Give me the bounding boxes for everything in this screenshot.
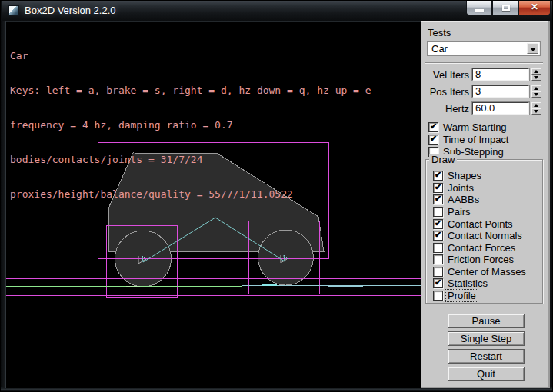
- pos-iters-input[interactable]: 3: [472, 85, 529, 98]
- contact-normals-checkbox[interactable]: [433, 231, 443, 241]
- hertz-label: Hertz: [421, 103, 469, 115]
- restart-button[interactable]: Restart: [448, 349, 525, 364]
- hud-line-title: Car: [10, 50, 371, 61]
- control-panel: Tests Car Vel Iters 8 Pos Iters 3: [421, 21, 550, 388]
- tests-dropdown[interactable]: Car: [428, 42, 540, 55]
- pos-iters-spinner: [531, 85, 541, 98]
- close-button[interactable]: ✕: [518, 1, 551, 15]
- box2d-window: Box2D Version 2.2.0 ✕: [0, 0, 553, 392]
- caption-buttons: ✕: [466, 1, 551, 15]
- friction-forces-label[interactable]: Friction Forces: [448, 254, 514, 265]
- center-of-masses-label[interactable]: Center of Masses: [448, 266, 526, 277]
- contact-forces-checkbox[interactable]: [433, 243, 443, 253]
- quit-button[interactable]: Quit: [448, 367, 525, 381]
- hud-line-proxies: proxies/height/balance/quality = 55/7/1/…: [10, 188, 371, 200]
- contact-forces-label[interactable]: Contact Forces: [448, 242, 515, 254]
- app-icon: [8, 5, 19, 16]
- vel-iters-down-arrow[interactable]: [531, 75, 541, 81]
- aabbs-label[interactable]: AABBs: [448, 194, 479, 205]
- time-of-impact-checkbox[interactable]: [428, 135, 438, 145]
- contact-points-label[interactable]: Contact Points: [448, 218, 513, 230]
- single-step-button[interactable]: Single Step: [448, 331, 525, 346]
- tests-label: Tests: [428, 27, 451, 38]
- vel-iters-spinner: [531, 68, 541, 81]
- vel-iters-input[interactable]: 8: [472, 68, 529, 81]
- shapes-label[interactable]: Shapes: [448, 170, 481, 181]
- profile-checkbox[interactable]: [433, 291, 443, 301]
- warm-starting-checkbox[interactable]: [428, 122, 438, 132]
- vel-iters-up-arrow[interactable]: [531, 68, 541, 75]
- hertz-input[interactable]: 60.0: [472, 102, 529, 115]
- hertz-spinner: [531, 102, 541, 115]
- warm-starting-label[interactable]: Warm Starting: [443, 121, 507, 133]
- statistics-label[interactable]: Statistics: [448, 277, 488, 289]
- close-icon: ✕: [519, 2, 550, 12]
- separator: [425, 62, 543, 63]
- tests-dropdown-value: Car: [431, 43, 448, 55]
- center-of-masses-checkbox[interactable]: [433, 267, 443, 277]
- simulation-canvas[interactable]: Car Keys: left = a, brake = s, right = d…: [5, 21, 421, 388]
- hertz-down-arrow[interactable]: [531, 108, 541, 115]
- draw-groupbox: Draw Shapes Joints AABBs Pairs: [425, 159, 543, 304]
- pos-iters-up-arrow[interactable]: [531, 85, 541, 91]
- vel-iters-label: Vel Iters: [421, 69, 469, 81]
- hud-line-stats: bodies/contacts/joints = 31/7/24: [10, 154, 371, 165]
- maximize-button[interactable]: [492, 1, 518, 15]
- shapes-checkbox[interactable]: [433, 171, 443, 181]
- pause-button[interactable]: Pause: [448, 314, 525, 328]
- hud-text: Car Keys: left = a, brake = s, right = d…: [10, 27, 371, 223]
- pos-iters-label: Pos Iters: [421, 86, 469, 98]
- contact-points-checkbox[interactable]: [433, 219, 443, 229]
- joints-checkbox[interactable]: [433, 183, 443, 193]
- tests-dropdown-arrow[interactable]: [527, 43, 538, 54]
- pairs-checkbox[interactable]: [433, 207, 443, 217]
- hertz-up-arrow[interactable]: [531, 102, 541, 108]
- minimize-button[interactable]: [466, 1, 492, 15]
- aabbs-checkbox[interactable]: [433, 194, 443, 204]
- maximize-icon: [502, 5, 510, 11]
- contact-normals-label[interactable]: Contact Normals: [448, 230, 522, 241]
- window-title: Box2D Version 2.2.0: [25, 5, 116, 16]
- friction-forces-checkbox[interactable]: [433, 254, 443, 264]
- title-bar[interactable]: Box2D Version 2.2.0 ✕: [2, 1, 553, 21]
- minimize-icon: [475, 9, 484, 12]
- profile-label[interactable]: Profile: [446, 290, 478, 301]
- draw-group-label: Draw: [429, 154, 457, 165]
- pos-iters-down-arrow[interactable]: [531, 91, 541, 98]
- statistics-checkbox[interactable]: [433, 278, 443, 288]
- joints-label[interactable]: Joints: [448, 182, 474, 194]
- time-of-impact-label[interactable]: Time of Impact: [443, 134, 508, 145]
- pairs-label[interactable]: Pairs: [448, 206, 471, 218]
- hud-line-keys: Keys: left = a, brake = s, right = d, hz…: [10, 85, 371, 96]
- hud-line-frequency: frequency = 4 hz, damping ratio = 0.7: [10, 119, 371, 131]
